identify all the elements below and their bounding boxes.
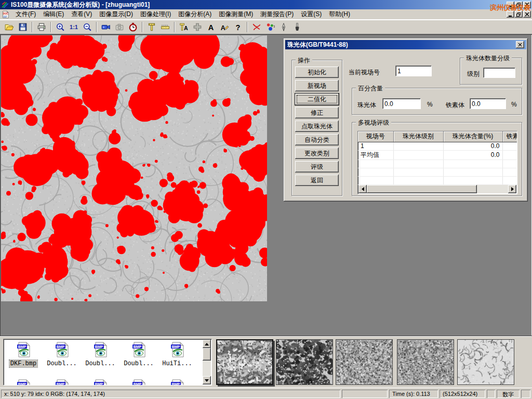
scrollbar-thumb[interactable]	[203, 348, 211, 361]
svg-text:BMP: BMP	[18, 382, 26, 386]
return-button[interactable]: 返回	[295, 175, 339, 186]
table-horizontal-scrollbar[interactable]	[358, 185, 508, 193]
application-window: IS100显微摄像系统(金相分析版) - [zhuguangti01] 滨州仪器…	[0, 0, 532, 399]
scrollbar-thumb[interactable]	[367, 185, 477, 193]
annotate-icon: A	[220, 22, 229, 32]
move-tool-button[interactable]	[191, 21, 204, 33]
bmp-file-icon: BMP	[92, 379, 109, 385]
arrow-down-icon	[205, 379, 209, 382]
pen-tool-button[interactable]	[277, 21, 290, 33]
thumbnail-image-1[interactable]	[216, 339, 273, 385]
ruler-button[interactable]	[158, 21, 172, 33]
mdi-minimize-button[interactable]	[507, 11, 514, 18]
scroll-down-button[interactable]	[203, 376, 211, 384]
svg-text:?: ?	[236, 23, 241, 31]
scroll-left-button[interactable]	[358, 185, 367, 193]
menu-edit[interactable]: 编辑(E)	[39, 9, 68, 20]
menu-image-measure[interactable]: 图像测量(M)	[215, 9, 257, 20]
table-row[interactable]: 1 0.0	[358, 142, 517, 150]
restore-button[interactable]	[515, 2, 523, 8]
close-button[interactable]	[523, 2, 531, 8]
open-folder-icon	[5, 22, 14, 32]
auto-classify-button[interactable]: 自动分类	[295, 134, 339, 145]
open-button[interactable]	[3, 21, 16, 33]
pearlite-dialog: 珠光体(GB/T9441-88) 操作 初始化 新视场 二值化 修正 点取珠光体…	[284, 38, 528, 202]
new-field-button[interactable]: 新视场	[295, 80, 339, 91]
menu-measure-report[interactable]: 测量报告(P)	[257, 9, 297, 20]
actual-size-button[interactable]: 1:1	[67, 21, 81, 33]
file-item[interactable]: BMP	[158, 379, 196, 385]
rate-button[interactable]: 评级	[295, 161, 339, 172]
file-item[interactable]: BMP Doubl...	[43, 341, 81, 367]
bmp-file-icon: BMP	[130, 341, 147, 358]
dialog-close-button[interactable]	[516, 41, 524, 48]
scroll-up-button[interactable]	[203, 340, 211, 348]
menu-settings[interactable]: 设置(S)	[297, 9, 325, 20]
particle-count-button[interactable]: 3	[263, 21, 277, 33]
svg-text:BMP: BMP	[57, 382, 65, 386]
thumbnail-image-3[interactable]	[336, 339, 393, 385]
brush-icon	[292, 22, 302, 32]
ferrite-percent-input[interactable]	[470, 98, 506, 109]
file-item[interactable]: BMP HuiTi...	[158, 341, 196, 367]
measure-text-button[interactable]: A	[177, 21, 191, 33]
menu-image-display[interactable]: 图像显示(D)	[96, 9, 137, 20]
file-item[interactable]: BMP	[120, 379, 157, 385]
toolbar-separator	[142, 22, 143, 32]
toolbar-separator	[32, 22, 33, 32]
svg-text:BMP: BMP	[95, 345, 103, 349]
file-item[interactable]: BMP Doubl...	[82, 341, 119, 367]
svg-text:DOC: DOC	[3, 12, 9, 15]
brush-tool-button[interactable]	[290, 21, 304, 33]
current-field-input[interactable]	[395, 65, 432, 76]
thumbnail-image-5[interactable]	[457, 339, 514, 385]
file-item[interactable]: BMP	[5, 379, 42, 385]
correct-button[interactable]: 修正	[295, 107, 339, 118]
mdi-close-button[interactable]	[523, 11, 531, 18]
zoom-in-button[interactable]	[54, 21, 67, 33]
table-row-average[interactable]: 平均值 0.0	[358, 150, 517, 159]
file-item[interactable]: BMP Doubl...	[120, 341, 157, 367]
close-icon	[525, 12, 529, 17]
menu-help[interactable]: 帮助(H)	[325, 9, 354, 20]
initialize-button[interactable]: 初始化	[295, 66, 339, 78]
timer-button[interactable]	[126, 21, 140, 33]
file-item[interactable]: BMP	[43, 379, 81, 385]
text-tool-button[interactable]: A	[204, 21, 218, 33]
help-button[interactable]: ?	[231, 21, 245, 33]
status-bar: x: 510 y: 79 idx: 0 RGB: (174, 174, 174)…	[0, 388, 532, 399]
micrograph-image[interactable]	[1, 35, 267, 301]
save-icon	[18, 22, 28, 32]
mdi-restore-button[interactable]	[515, 11, 523, 18]
video-camera-icon	[101, 22, 111, 32]
svg-text:BMP: BMP	[95, 382, 103, 386]
file-item[interactable]: BMP DKF.bmp	[5, 341, 42, 367]
level-input[interactable]	[483, 68, 515, 78]
print-button[interactable]	[35, 21, 48, 33]
pearlite-percent-input[interactable]	[382, 98, 421, 109]
binarize-button[interactable]: 二值化	[295, 94, 339, 105]
close-icon	[525, 3, 529, 7]
arrow-left-icon	[362, 187, 364, 191]
thumbnail-image-2[interactable]	[276, 339, 333, 385]
curve-tool-button[interactable]	[250, 21, 263, 33]
caliper-button[interactable]	[145, 21, 158, 33]
file-item[interactable]: BMP	[82, 379, 119, 385]
mdi-workspace: 珠光体(GB/T9441-88) 操作 初始化 新视场 二值化 修正 点取珠光体…	[0, 34, 532, 336]
change-class-button[interactable]: 更改类别	[295, 148, 339, 159]
zoom-out-button[interactable]	[81, 21, 94, 33]
menu-file[interactable]: 文件(F)	[12, 9, 39, 20]
status-blank-panel	[521, 390, 530, 398]
menu-image-processing[interactable]: 图像处理(I)	[137, 9, 175, 20]
menu-image-analysis[interactable]: 图像分析(A)	[175, 9, 215, 20]
video-capture-button[interactable]	[99, 21, 113, 33]
thumbnail-image-4[interactable]	[397, 339, 454, 385]
file-list-scrollbar[interactable]	[203, 340, 211, 384]
save-button[interactable]	[16, 21, 30, 33]
scroll-right-button[interactable]	[508, 185, 516, 193]
pick-pearlite-button[interactable]: 点取珠光体	[295, 121, 339, 132]
menu-view[interactable]: 查看(V)	[68, 9, 96, 20]
annotate-button[interactable]: A	[218, 21, 231, 33]
text-icon: A	[206, 22, 216, 32]
minimize-button[interactable]	[507, 2, 514, 8]
